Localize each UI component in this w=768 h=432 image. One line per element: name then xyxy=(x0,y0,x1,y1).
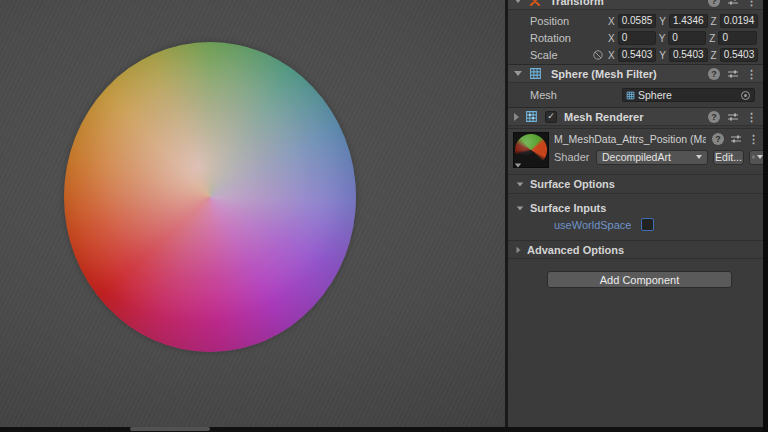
presets-icon[interactable] xyxy=(730,133,742,145)
position-y-field[interactable]: 1.4346 xyxy=(669,14,708,28)
scene-viewport xyxy=(0,0,505,427)
rotation-x-field[interactable]: 0 xyxy=(618,31,656,45)
transform-header[interactable]: Transform ? ⋮ xyxy=(508,0,763,10)
scale-x-field[interactable]: 0.5403 xyxy=(618,48,657,62)
gradient-sphere-object[interactable] xyxy=(64,42,356,352)
more-menu-icon[interactable]: ⋮ xyxy=(746,0,757,7)
surface-inputs-foldout[interactable]: Surface Inputs xyxy=(508,200,763,216)
material-preview-sphere xyxy=(515,134,547,166)
surface-options-foldout[interactable]: Surface Options xyxy=(508,174,763,194)
foldout-closed-icon[interactable] xyxy=(514,113,519,121)
use-world-space-row: useWorldSpace xyxy=(508,217,763,233)
shader-dropdown[interactable]: DecompiledArt xyxy=(596,150,708,165)
foldout-open-icon[interactable] xyxy=(517,206,523,210)
mesh-object-field[interactable]: Sphere xyxy=(622,88,755,102)
help-icon[interactable]: ? xyxy=(708,0,720,7)
surface-inputs-title: Surface Inputs xyxy=(530,202,606,214)
scale-z-field[interactable]: 0.5403 xyxy=(720,48,759,62)
more-menu-icon[interactable]: ⋮ xyxy=(748,133,759,145)
position-z-field[interactable]: 0.0194 xyxy=(720,14,759,28)
more-menu-icon[interactable]: ⋮ xyxy=(746,111,757,123)
use-world-space-checkbox[interactable] xyxy=(641,218,654,231)
mesh-renderer-icon xyxy=(525,110,538,123)
foldout-open-icon[interactable] xyxy=(517,182,523,186)
axis-z-label: Z xyxy=(709,33,715,44)
foldout-open-icon[interactable] xyxy=(514,71,522,76)
help-icon[interactable]: ? xyxy=(708,68,720,80)
transform-icon xyxy=(529,0,541,7)
shader-options-button[interactable] xyxy=(749,150,763,165)
scale-y-field[interactable]: 0.5403 xyxy=(669,48,708,62)
material-section: M_MeshData_Attrs_Position (Mat ? ⋮ Shade… xyxy=(508,128,763,170)
scale-row: Scale X0.5403 Y0.5403 Z0.5403 xyxy=(508,47,763,63)
axis-y-label: Y xyxy=(659,33,666,44)
bottom-scrollbar-track xyxy=(0,427,768,432)
axis-z-label: Z xyxy=(711,50,717,61)
mesh-label: Mesh xyxy=(508,89,586,101)
advanced-options-title: Advanced Options xyxy=(527,244,624,256)
presets-icon[interactable] xyxy=(727,111,739,123)
shader-label: Shader xyxy=(554,151,596,163)
position-label: Position xyxy=(508,15,586,27)
mesh-value: Sphere xyxy=(638,89,737,101)
transform-title: Transform xyxy=(550,0,604,7)
rotation-label: Rotation xyxy=(508,32,586,44)
horizontal-scrollbar-thumb[interactable] xyxy=(130,427,210,431)
unity-editor-window: Transform ? ⋮ Position X0.0585 Y1.4346 Z… xyxy=(0,0,768,432)
mesh-filter-title: Sphere (Mesh Filter) xyxy=(551,68,657,80)
help-icon[interactable]: ? xyxy=(712,133,724,145)
help-icon[interactable]: ? xyxy=(708,111,720,123)
axis-y-label: Y xyxy=(659,16,666,27)
material-name: M_MeshData_Attrs_Position (Mat xyxy=(554,133,706,145)
scale-label: Scale xyxy=(508,49,586,61)
axis-z-label: Z xyxy=(711,16,717,27)
mesh-renderer-title: Mesh Renderer xyxy=(564,111,643,123)
rotation-z-field[interactable]: 0 xyxy=(718,31,757,45)
add-component-button[interactable]: Add Component xyxy=(547,271,732,288)
rotation-row: Rotation X0 Y0 Z0 xyxy=(508,30,763,46)
edit-button-label: Edit... xyxy=(715,151,742,163)
advanced-options-foldout[interactable]: Advanced Options xyxy=(508,240,763,259)
axis-x-label: X xyxy=(608,16,615,27)
unlinked-scale-icon[interactable] xyxy=(592,49,604,61)
more-menu-icon[interactable]: ⋮ xyxy=(746,68,757,80)
mesh-property-row: Mesh Sphere xyxy=(508,87,763,103)
dropdown-arrow-icon xyxy=(696,155,702,159)
mesh-renderer-header[interactable]: ✓ Mesh Renderer ? ⋮ xyxy=(508,107,763,126)
foldout-open-icon[interactable] xyxy=(514,0,522,3)
surface-options-title: Surface Options xyxy=(530,178,615,190)
list-icon xyxy=(752,152,755,162)
shader-dropdown-value: DecompiledArt xyxy=(602,151,671,163)
mesh-icon xyxy=(626,91,635,100)
mesh-filter-icon xyxy=(529,67,542,80)
window-right-edge xyxy=(763,0,768,432)
position-row: Position X0.0585 Y1.4346 Z0.0194 xyxy=(508,13,763,29)
add-component-label: Add Component xyxy=(600,274,680,286)
use-world-space-label: useWorldSpace xyxy=(516,219,631,231)
foldout-closed-icon[interactable] xyxy=(517,246,521,252)
check-icon: ✓ xyxy=(547,112,555,121)
inspector-panel: Transform ? ⋮ Position X0.0585 Y1.4346 Z… xyxy=(508,0,763,427)
position-x-field[interactable]: 0.0585 xyxy=(618,14,657,28)
mesh-filter-header[interactable]: Sphere (Mesh Filter) ? ⋮ xyxy=(508,64,763,83)
shader-edit-button[interactable]: Edit... xyxy=(713,150,744,165)
axis-y-label: Y xyxy=(659,50,666,61)
presets-icon[interactable] xyxy=(727,68,739,80)
rotation-y-field[interactable]: 0 xyxy=(668,31,706,45)
presets-icon[interactable] xyxy=(727,0,739,7)
axis-x-label: X xyxy=(608,33,615,44)
axis-x-label: X xyxy=(608,50,615,61)
mesh-renderer-enabled-checkbox[interactable]: ✓ xyxy=(545,111,557,123)
object-picker-icon[interactable] xyxy=(740,90,751,101)
material-foldout-icon[interactable] xyxy=(515,164,521,168)
